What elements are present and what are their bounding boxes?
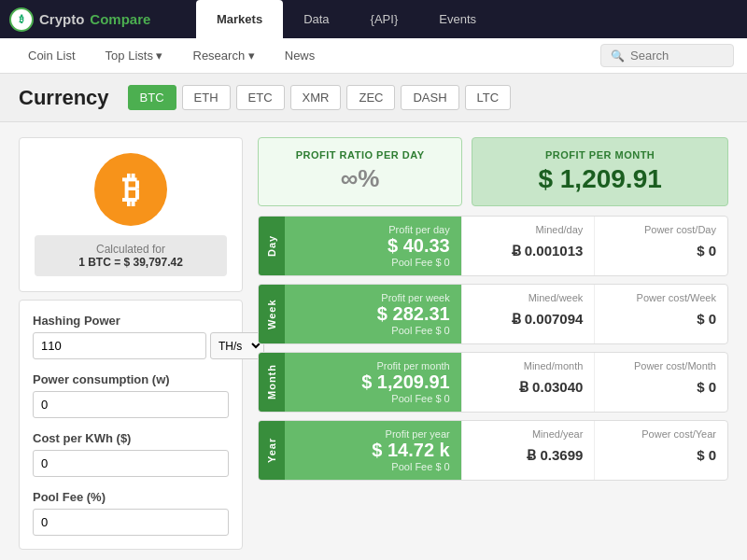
row-mined-0: Mined/day Ƀ 0.001013 xyxy=(461,217,595,275)
row-profit-label-0: Profit per day xyxy=(296,224,450,235)
row-mined-3: Mined/year Ƀ 0.3699 xyxy=(461,421,595,480)
row-card-year: Year Profit per year $ 14.72 k Pool Fee … xyxy=(258,420,728,481)
currency-tab-etc[interactable]: ETC xyxy=(236,85,285,110)
coin-card: ₿ Calculated for 1 BTC = $ 39,797.42 xyxy=(19,137,243,292)
row-mined-label-1: Mined/week xyxy=(473,292,584,303)
page-title: Currency xyxy=(19,86,109,110)
row-power-1: Power cost/Week $ 0 xyxy=(594,285,727,343)
row-mined-value-2: Ƀ 0.03040 xyxy=(473,379,584,396)
logo[interactable]: ₿ CryptoCompare xyxy=(9,7,196,32)
nav-item-data[interactable]: Data xyxy=(283,0,349,38)
row-mined-label-3: Mined/year xyxy=(473,428,584,440)
pool-fee-label: Pool Fee (%) xyxy=(33,490,229,504)
row-main-2: Profit per month $ 1,209.91 Pool Fee $ 0 xyxy=(285,353,461,412)
row-period-label-3: Year xyxy=(259,421,285,480)
profit-header: PROFIT RATIO PER DAY ∞% PROFIT PER MONTH… xyxy=(258,137,728,206)
second-nav-coinlist[interactable]: Coin List xyxy=(13,38,91,74)
row-power-value-0: $ 0 xyxy=(606,243,716,259)
power-consumption-label: Power consumption (w) xyxy=(33,372,229,386)
cost-per-kwh-input[interactable] xyxy=(33,450,229,477)
row-mined-1: Mined/week Ƀ 0.007094 xyxy=(461,285,595,343)
row-pool-fee-2: Pool Fee $ 0 xyxy=(296,393,450,404)
pool-fee-input[interactable] xyxy=(33,509,229,536)
cost-per-kwh-label: Cost per KWh ($) xyxy=(33,431,229,445)
power-consumption-input[interactable] xyxy=(33,391,229,418)
row-power-label-2: Power cost/Month xyxy=(606,360,716,371)
page-header: Currency BTCETHETCXMRZECDASHLTC xyxy=(0,74,747,122)
calc-info: Calculated for 1 BTC = $ 39,797.42 xyxy=(35,235,227,276)
calc-for-label: Calculated for xyxy=(42,243,219,256)
row-power-value-2: $ 0 xyxy=(606,379,716,395)
right-panel: PROFIT RATIO PER DAY ∞% PROFIT PER MONTH… xyxy=(258,137,728,550)
top-nav: ₿ CryptoCompare Markets Data {API} Event… xyxy=(0,0,747,38)
row-profit-label-1: Profit per week xyxy=(296,292,450,303)
search-box: 🔍 xyxy=(600,44,734,67)
row-power-label-3: Power cost/Year xyxy=(606,428,716,440)
row-profit-label-2: Profit per month xyxy=(296,360,450,371)
currency-tab-eth[interactable]: ETH xyxy=(182,85,231,110)
currency-tab-ltc[interactable]: LTC xyxy=(465,85,512,110)
left-panel: ₿ Calculated for 1 BTC = $ 39,797.42 Has… xyxy=(19,137,243,550)
currency-tab-xmr[interactable]: XMR xyxy=(290,85,342,110)
nav-item-api[interactable]: {API} xyxy=(350,0,419,38)
row-profit-value-0: $ 40.33 xyxy=(296,235,450,257)
main-nav-items: Markets Data {API} Events xyxy=(196,0,497,38)
search-input[interactable] xyxy=(630,49,724,63)
row-card-day: Day Profit per day $ 40.33 Pool Fee $ 0 … xyxy=(258,216,728,276)
row-mined-label-0: Mined/day xyxy=(473,224,584,235)
nav-item-events[interactable]: Events xyxy=(418,0,497,38)
profit-ratio-value: ∞% xyxy=(274,164,446,193)
row-period-label-0: Day xyxy=(259,217,285,275)
row-main-0: Profit per day $ 40.33 Pool Fee $ 0 xyxy=(285,217,461,275)
profit-per-month-value: $ 1,209.91 xyxy=(487,164,712,194)
row-profit-value-1: $ 282.31 xyxy=(296,303,450,325)
currency-tab-dash[interactable]: DASH xyxy=(401,85,458,110)
currency-tab-zec[interactable]: ZEC xyxy=(346,85,395,110)
row-pool-fee-1: Pool Fee $ 0 xyxy=(296,325,450,336)
row-power-label-0: Power cost/Day xyxy=(606,224,716,235)
coin-logo: ₿ xyxy=(94,153,167,226)
row-pool-fee-3: Pool Fee $ 0 xyxy=(296,461,450,472)
row-power-value-1: $ 0 xyxy=(606,311,716,327)
row-mined-label-2: Mined/month xyxy=(473,360,584,371)
nav-item-markets[interactable]: Markets xyxy=(196,0,283,38)
second-nav-toplists[interactable]: Top Lists ▾ xyxy=(91,38,178,74)
logo-text-crypto: Crypto xyxy=(39,11,84,27)
row-power-label-1: Power cost/Week xyxy=(606,292,716,303)
row-mined-value-1: Ƀ 0.007094 xyxy=(473,311,584,328)
row-power-value-3: $ 0 xyxy=(606,447,716,463)
row-power-0: Power cost/Day $ 0 xyxy=(594,217,727,275)
search-icon: 🔍 xyxy=(611,49,625,63)
profit-per-month-box: PROFIT PER MONTH $ 1,209.91 xyxy=(472,137,728,206)
hashing-power-input[interactable] xyxy=(33,332,206,359)
row-period-label-2: Month xyxy=(259,353,285,412)
row-profit-label-3: Profit per year xyxy=(296,428,450,440)
currency-tabs: BTCETHETCXMRZECDASHLTC xyxy=(128,85,512,110)
second-nav-research[interactable]: Research ▾ xyxy=(178,38,270,74)
form-section: Hashing Power TH/s GH/s MH/s Power consu… xyxy=(19,300,243,550)
row-mined-value-0: Ƀ 0.001013 xyxy=(473,243,584,259)
row-period-label-1: Week xyxy=(259,285,285,343)
second-nav: Coin List Top Lists ▾ Research ▾ News 🔍 xyxy=(0,38,747,74)
row-card-week: Week Profit per week $ 282.31 Pool Fee $… xyxy=(258,284,728,344)
main-content: ₿ Calculated for 1 BTC = $ 39,797.42 Has… xyxy=(0,122,747,560)
currency-tab-btc[interactable]: BTC xyxy=(128,85,176,110)
row-main-3: Profit per year $ 14.72 k Pool Fee $ 0 xyxy=(285,421,461,480)
row-profit-value-2: $ 1,209.91 xyxy=(296,371,450,393)
row-main-1: Profit per week $ 282.31 Pool Fee $ 0 xyxy=(285,285,461,343)
hashing-power-label: Hashing Power xyxy=(33,314,229,328)
logo-text-compare: Compare xyxy=(90,11,150,27)
calc-price: 1 BTC = $ 39,797.42 xyxy=(42,256,219,269)
row-card-month: Month Profit per month $ 1,209.91 Pool F… xyxy=(258,352,728,413)
row-cards: Day Profit per day $ 40.33 Pool Fee $ 0 … xyxy=(258,216,728,481)
profit-per-month-label: PROFIT PER MONTH xyxy=(487,149,712,161)
row-mined-2: Mined/month Ƀ 0.03040 xyxy=(461,353,595,412)
profit-ratio-label: PROFIT RATIO PER DAY xyxy=(274,149,446,161)
logo-icon: ₿ xyxy=(9,7,34,32)
hashing-power-unit-select[interactable]: TH/s GH/s MH/s xyxy=(210,332,264,359)
row-profit-value-3: $ 14.72 k xyxy=(296,440,450,461)
row-pool-fee-0: Pool Fee $ 0 xyxy=(296,257,450,268)
second-nav-news[interactable]: News xyxy=(270,38,331,74)
profit-ratio-box: PROFIT RATIO PER DAY ∞% xyxy=(258,137,462,206)
row-mined-value-3: Ƀ 0.3699 xyxy=(473,447,584,464)
